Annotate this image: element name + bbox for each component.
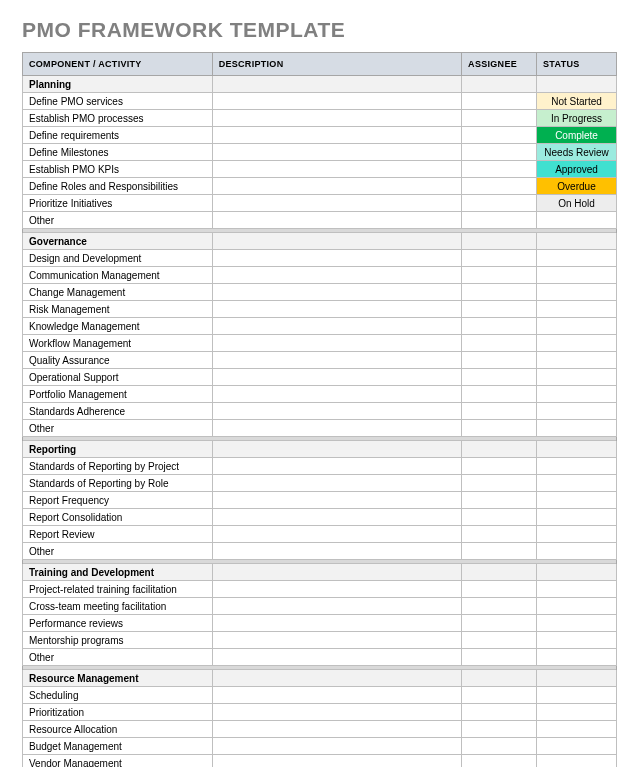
assignee-cell[interactable] [462, 93, 537, 110]
activity-cell[interactable]: Define Roles and Responsibilities [23, 178, 213, 195]
description-cell[interactable] [212, 632, 461, 649]
status-cell[interactable] [537, 721, 617, 738]
status-cell[interactable] [537, 649, 617, 666]
activity-cell[interactable]: Prioritize Initiatives [23, 195, 213, 212]
status-cell[interactable] [537, 420, 617, 437]
status-cell[interactable] [537, 212, 617, 229]
status-cell[interactable] [537, 250, 617, 267]
description-cell[interactable] [212, 195, 461, 212]
status-cell[interactable] [537, 301, 617, 318]
activity-cell[interactable]: Knowledge Management [23, 318, 213, 335]
status-cell[interactable]: Approved [537, 161, 617, 178]
activity-cell[interactable]: Workflow Management [23, 335, 213, 352]
activity-cell[interactable]: Change Management [23, 284, 213, 301]
description-cell[interactable] [212, 301, 461, 318]
assignee-cell[interactable] [462, 386, 537, 403]
description-cell[interactable] [212, 110, 461, 127]
status-cell[interactable]: Needs Review [537, 144, 617, 161]
description-cell[interactable] [212, 509, 461, 526]
activity-cell[interactable]: Performance reviews [23, 615, 213, 632]
description-cell[interactable] [212, 420, 461, 437]
activity-cell[interactable]: Quality Assurance [23, 352, 213, 369]
assignee-cell[interactable] [462, 284, 537, 301]
activity-cell[interactable]: Other [23, 212, 213, 229]
status-cell[interactable]: On Hold [537, 195, 617, 212]
assignee-cell[interactable] [462, 526, 537, 543]
status-cell[interactable] [537, 526, 617, 543]
activity-cell[interactable]: Resource Allocation [23, 721, 213, 738]
assignee-cell[interactable] [462, 420, 537, 437]
status-cell[interactable] [537, 615, 617, 632]
status-cell[interactable] [537, 598, 617, 615]
activity-cell[interactable]: Scheduling [23, 687, 213, 704]
description-cell[interactable] [212, 318, 461, 335]
activity-cell[interactable]: Budget Management [23, 738, 213, 755]
assignee-cell[interactable] [462, 403, 537, 420]
status-cell[interactable]: In Progress [537, 110, 617, 127]
description-cell[interactable] [212, 721, 461, 738]
status-cell[interactable]: Overdue [537, 178, 617, 195]
assignee-cell[interactable] [462, 250, 537, 267]
description-cell[interactable] [212, 161, 461, 178]
description-cell[interactable] [212, 704, 461, 721]
description-cell[interactable] [212, 127, 461, 144]
description-cell[interactable] [212, 144, 461, 161]
assignee-cell[interactable] [462, 492, 537, 509]
status-cell[interactable] [537, 403, 617, 420]
status-cell[interactable] [537, 267, 617, 284]
status-cell[interactable] [537, 492, 617, 509]
activity-cell[interactable]: Communication Management [23, 267, 213, 284]
status-cell[interactable] [537, 352, 617, 369]
description-cell[interactable] [212, 738, 461, 755]
activity-cell[interactable]: Operational Support [23, 369, 213, 386]
assignee-cell[interactable] [462, 161, 537, 178]
description-cell[interactable] [212, 649, 461, 666]
assignee-cell[interactable] [462, 509, 537, 526]
status-cell[interactable] [537, 318, 617, 335]
description-cell[interactable] [212, 615, 461, 632]
description-cell[interactable] [212, 352, 461, 369]
activity-cell[interactable]: Establish PMO processes [23, 110, 213, 127]
assignee-cell[interactable] [462, 178, 537, 195]
description-cell[interactable] [212, 403, 461, 420]
assignee-cell[interactable] [462, 581, 537, 598]
description-cell[interactable] [212, 250, 461, 267]
description-cell[interactable] [212, 386, 461, 403]
assignee-cell[interactable] [462, 687, 537, 704]
assignee-cell[interactable] [462, 721, 537, 738]
activity-cell[interactable]: Mentorship programs [23, 632, 213, 649]
description-cell[interactable] [212, 475, 461, 492]
assignee-cell[interactable] [462, 110, 537, 127]
status-cell[interactable] [537, 738, 617, 755]
status-cell[interactable] [537, 369, 617, 386]
assignee-cell[interactable] [462, 598, 537, 615]
assignee-cell[interactable] [462, 352, 537, 369]
status-cell[interactable] [537, 687, 617, 704]
description-cell[interactable] [212, 335, 461, 352]
assignee-cell[interactable] [462, 632, 537, 649]
status-cell[interactable]: Complete [537, 127, 617, 144]
assignee-cell[interactable] [462, 543, 537, 560]
description-cell[interactable] [212, 212, 461, 229]
activity-cell[interactable]: Standards of Reporting by Role [23, 475, 213, 492]
description-cell[interactable] [212, 687, 461, 704]
assignee-cell[interactable] [462, 704, 537, 721]
assignee-cell[interactable] [462, 195, 537, 212]
assignee-cell[interactable] [462, 335, 537, 352]
activity-cell[interactable]: Risk Management [23, 301, 213, 318]
assignee-cell[interactable] [462, 458, 537, 475]
assignee-cell[interactable] [462, 649, 537, 666]
assignee-cell[interactable] [462, 144, 537, 161]
activity-cell[interactable]: Portfolio Management [23, 386, 213, 403]
assignee-cell[interactable] [462, 267, 537, 284]
activity-cell[interactable]: Standards of Reporting by Project [23, 458, 213, 475]
description-cell[interactable] [212, 93, 461, 110]
assignee-cell[interactable] [462, 615, 537, 632]
status-cell[interactable] [537, 386, 617, 403]
assignee-cell[interactable] [462, 127, 537, 144]
assignee-cell[interactable] [462, 475, 537, 492]
activity-cell[interactable]: Vendor Management [23, 755, 213, 768]
activity-cell[interactable]: Report Consolidation [23, 509, 213, 526]
description-cell[interactable] [212, 526, 461, 543]
activity-cell[interactable]: Project-related training facilitation [23, 581, 213, 598]
